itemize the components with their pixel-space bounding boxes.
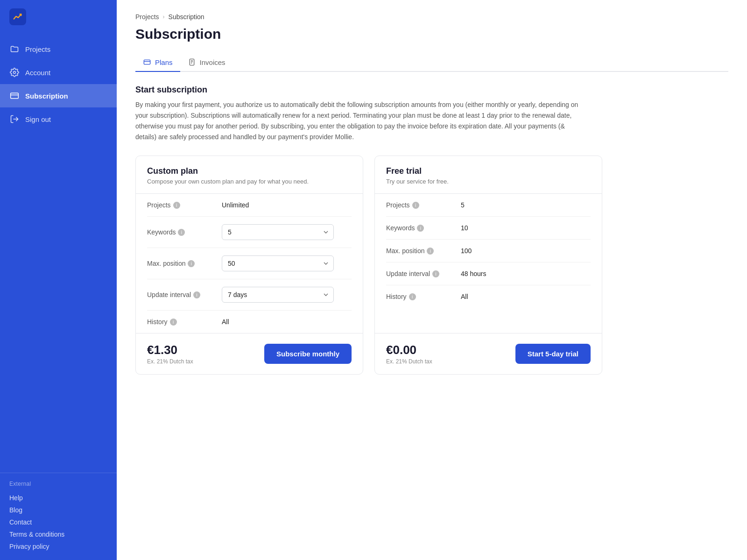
main-content: Projects › Subscription Subscription Pla… (117, 0, 747, 560)
sidebar-item-subscription[interactable]: Subscription (0, 84, 117, 107)
updateinterval-info-icon[interactable]: i (193, 291, 200, 298)
start-trial-button[interactable]: Start 5-day trial (515, 344, 591, 364)
trial-updateinterval-value: 48 hours (461, 270, 486, 277)
keywords-label-text: Keywords (147, 228, 176, 236)
custom-history-label: History i (147, 318, 222, 326)
trial-maxposition-info-icon[interactable]: i (427, 248, 434, 255)
svg-rect-4 (144, 60, 150, 64)
sidebar-item-label: Account (25, 69, 50, 77)
trial-history-label-text: History (386, 293, 407, 300)
subscribe-monthly-button[interactable]: Subscribe monthly (264, 344, 352, 364)
tab-invoices[interactable]: Invoices (180, 53, 233, 72)
custom-plan-body: Projects i Unlimited Keywords i 5 (136, 194, 363, 333)
sidebar-nav: Projects Account Subscription (0, 34, 117, 473)
external-label: External (9, 481, 107, 487)
keywords-info-icon[interactable]: i (178, 229, 185, 236)
sidebar-item-projects[interactable]: Projects (0, 37, 117, 61)
custom-updateinterval-label: Update interval i (147, 291, 222, 298)
sidebar-item-label: Sign out (25, 115, 51, 123)
trial-maxposition-value: 100 (461, 247, 472, 255)
logo-icon (9, 8, 26, 25)
tab-invoices-label: Invoices (200, 58, 226, 66)
trial-updateinterval-row: Update interval i 48 hours (386, 262, 591, 285)
custom-projects-label: Projects i (147, 201, 222, 209)
custom-plan-subtitle: Compose your own custom plan and pay for… (147, 178, 352, 185)
custom-history-row: History i All (147, 311, 352, 333)
trial-keywords-row: Keywords i 10 (386, 217, 591, 240)
tab-plans-label: Plans (155, 58, 173, 66)
trial-maxposition-label: Max. position i (386, 247, 461, 255)
page-title: Subscription (135, 26, 728, 42)
trial-history-value: All (461, 293, 468, 300)
trial-projects-row: Projects i 5 (386, 194, 591, 217)
section-description: By making your first payment, you author… (135, 99, 584, 142)
logo-area (0, 0, 117, 34)
trial-keywords-info-icon[interactable]: i (417, 225, 424, 232)
sidebar-item-label: Projects (25, 45, 50, 53)
credit-card-icon (9, 91, 20, 101)
free-trial-card: Free trial Try our service for free. Pro… (374, 156, 602, 375)
projects-info-icon[interactable]: i (173, 202, 180, 209)
trial-updateinterval-label-text: Update interval (386, 270, 430, 277)
custom-projects-value: Unlimited (222, 201, 249, 209)
plans-grid: Custom plan Compose your own custom plan… (135, 156, 602, 375)
folder-icon (9, 44, 20, 54)
signout-icon (9, 114, 20, 124)
custom-plan-header: Custom plan Compose your own custom plan… (136, 156, 363, 194)
keywords-select[interactable]: 5 10 25 50 100 (222, 224, 334, 240)
maxposition-label-text: Max. position (147, 260, 185, 267)
free-trial-body: Projects i 5 Keywords i 10 (375, 194, 602, 333)
trial-keywords-label-text: Keywords (386, 224, 415, 232)
free-trial-price: €0.00 (386, 343, 432, 357)
breadcrumb-current: Subscription (169, 13, 204, 21)
svg-rect-1 (11, 93, 19, 99)
trial-history-info-icon[interactable]: i (409, 293, 416, 300)
history-info-icon[interactable]: i (170, 319, 177, 326)
trial-projects-label-text: Projects (386, 201, 410, 209)
updateinterval-label-text: Update interval (147, 291, 191, 298)
breadcrumb-parent[interactable]: Projects (135, 13, 159, 21)
external-link-terms[interactable]: Terms & conditions (9, 528, 107, 540)
custom-keywords-row: Keywords i 5 10 25 50 100 (147, 217, 352, 248)
history-label-text: History (147, 318, 168, 326)
free-trial-pricing: €0.00 Ex. 21% Dutch tax (386, 343, 432, 365)
trial-updateinterval-label: Update interval i (386, 270, 461, 277)
trial-projects-label: Projects i (386, 201, 461, 209)
custom-plan-card: Custom plan Compose your own custom plan… (135, 156, 363, 375)
sidebar: Projects Account Subscription (0, 0, 117, 560)
gear-icon (9, 67, 20, 78)
external-link-privacy[interactable]: Privacy policy (9, 540, 107, 553)
projects-label-text: Projects (147, 201, 171, 209)
sidebar-item-signout[interactable]: Sign out (0, 107, 117, 131)
section-title: Start subscription (135, 85, 728, 95)
external-link-blog[interactable]: Blog (9, 504, 107, 516)
custom-history-value: All (222, 318, 229, 326)
free-trial-price-note: Ex. 21% Dutch tax (386, 358, 432, 365)
content-area: Projects › Subscription Subscription Pla… (117, 0, 747, 560)
maxposition-info-icon[interactable]: i (188, 260, 195, 267)
trial-keywords-label: Keywords i (386, 224, 461, 232)
tab-plans[interactable]: Plans (135, 53, 180, 72)
updateinterval-select[interactable]: 1 day 2 days 7 days 14 days 30 days (222, 287, 334, 303)
sidebar-item-account[interactable]: Account (0, 61, 117, 84)
custom-maxposition-row: Max. position i 10 25 50 100 (147, 248, 352, 279)
svg-point-0 (14, 71, 16, 74)
custom-maxposition-label: Max. position i (147, 260, 222, 267)
trial-projects-info-icon[interactable]: i (412, 202, 419, 209)
plans-icon (143, 58, 151, 66)
trial-maxposition-label-text: Max. position (386, 247, 424, 255)
custom-updateinterval-row: Update interval i 1 day 2 days 7 days 14… (147, 279, 352, 311)
trial-updateinterval-info-icon[interactable]: i (432, 270, 439, 277)
tabs: Plans Invoices (135, 53, 728, 72)
free-trial-footer: €0.00 Ex. 21% Dutch tax Start 5-day tria… (375, 333, 602, 374)
custom-plan-footer: €1.30 Ex. 21% Dutch tax Subscribe monthl… (136, 333, 363, 374)
external-link-contact[interactable]: Contact (9, 516, 107, 528)
maxposition-select[interactable]: 10 25 50 100 (222, 255, 334, 271)
custom-projects-row: Projects i Unlimited (147, 194, 352, 217)
trial-history-label: History i (386, 293, 461, 300)
custom-plan-pricing: €1.30 Ex. 21% Dutch tax (147, 343, 193, 365)
external-link-help[interactable]: Help (9, 492, 107, 504)
breadcrumb-separator: › (163, 14, 165, 20)
free-trial-name: Free trial (386, 166, 591, 176)
custom-plan-price-note: Ex. 21% Dutch tax (147, 358, 193, 365)
